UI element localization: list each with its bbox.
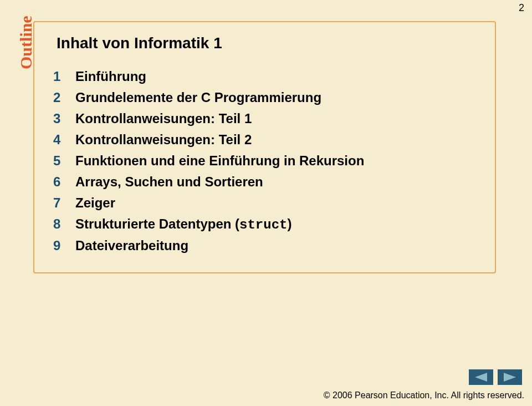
- next-button[interactable]: [498, 369, 522, 385]
- list-item: 2 Grundelemente der C Programmierung: [53, 90, 480, 105]
- list-item: 4 Kontrollanweisungen: Teil 2: [53, 132, 480, 148]
- outline-list: 1 Einführung 2 Grundelemente der C Progr…: [53, 69, 480, 253]
- item-number: 1: [53, 69, 75, 84]
- item-text: Dateiverarbeitung: [75, 238, 480, 253]
- list-item: 9 Dateiverarbeitung: [53, 238, 480, 253]
- item-number: 3: [53, 111, 75, 126]
- outline-sidebar-label: Outline: [17, 16, 35, 69]
- item-text: Grundelemente der C Programmierung: [75, 90, 480, 105]
- item-number: 6: [53, 174, 75, 190]
- item-text: Arrays, Suchen und Sortieren: [75, 174, 480, 190]
- list-item: 5 Funktionen und eine Einführung in Reku…: [53, 153, 480, 169]
- item-number: 4: [53, 132, 75, 148]
- list-item: 6 Arrays, Suchen und Sortieren: [53, 174, 480, 190]
- page-title: Inhalt von Informatik 1: [57, 34, 480, 52]
- item-text: Funktionen und eine Einführung in Rekurs…: [75, 153, 480, 169]
- item-text-suffix: ): [287, 216, 291, 231]
- item-text: Kontrollanweisungen: Teil 2: [75, 132, 480, 148]
- item-number: 5: [53, 153, 75, 169]
- content-box: Inhalt von Informatik 1 1 Einführung 2 G…: [33, 21, 496, 273]
- list-item: 7 Zeiger: [53, 195, 480, 211]
- list-item: 1 Einführung: [53, 69, 480, 84]
- list-item: 3 Kontrollanweisungen: Teil 1: [53, 111, 480, 126]
- item-code: struct: [239, 217, 287, 232]
- svg-marker-1: [504, 373, 516, 382]
- item-text-prefix: Strukturierte Datentypen (: [75, 216, 239, 231]
- page-number: 2: [519, 2, 524, 14]
- item-text: Strukturierte Datentypen (struct): [75, 216, 480, 232]
- item-number: 9: [53, 238, 75, 253]
- copyright-footer: © 2006 Pearson Education, Inc. All right…: [324, 390, 524, 400]
- item-number: 8: [53, 216, 75, 232]
- item-number: 2: [53, 90, 75, 105]
- prev-arrow-icon: [475, 373, 487, 382]
- nav-arrows: [469, 369, 522, 385]
- prev-button[interactable]: [469, 369, 493, 385]
- item-number: 7: [53, 195, 75, 211]
- list-item: 8 Strukturierte Datentypen (struct): [53, 216, 480, 232]
- item-text: Kontrollanweisungen: Teil 1: [75, 111, 480, 126]
- item-text: Einführung: [75, 69, 480, 84]
- svg-marker-0: [475, 373, 487, 382]
- next-arrow-icon: [504, 373, 516, 382]
- item-text: Zeiger: [75, 195, 480, 211]
